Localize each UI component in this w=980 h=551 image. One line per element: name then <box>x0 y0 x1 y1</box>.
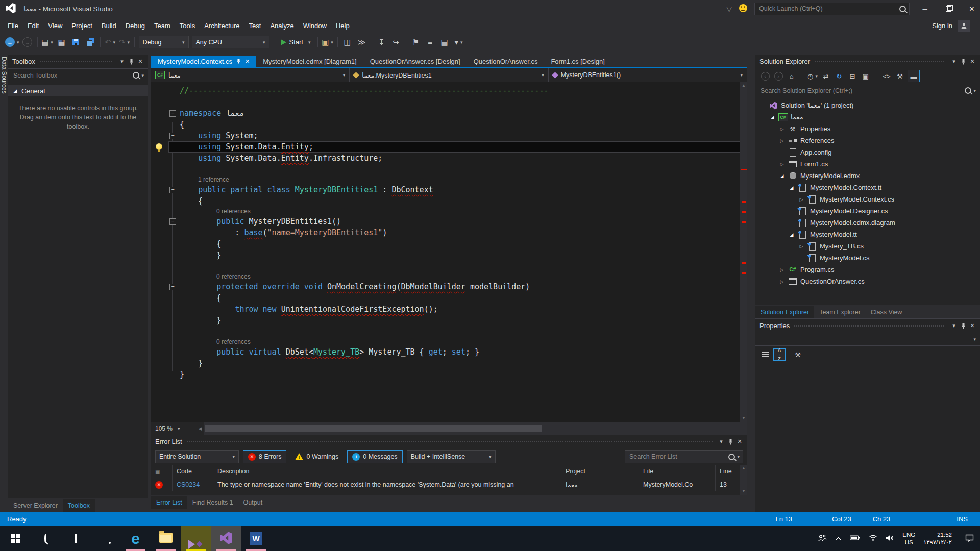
tree-item[interactable]: MysteryModel.edmx.diagram <box>755 217 980 229</box>
dropdown-caret-icon[interactable]: ▾ <box>460 40 463 45</box>
find-in-files-icon[interactable]: ◫ <box>340 36 355 48</box>
tree-expanded-arrow-icon[interactable]: ◢ <box>789 185 795 190</box>
tree-item[interactable]: ▷C#Program.cs <box>755 264 980 276</box>
close-button[interactable]: ✕ <box>964 2 980 15</box>
battery-icon[interactable] <box>850 535 861 542</box>
code-line[interactable] <box>151 261 740 272</box>
blend-button[interactable] <box>181 526 211 551</box>
tab-solution-explorer[interactable]: Solution Explorer <box>755 306 814 318</box>
volume-icon[interactable] <box>886 535 894 543</box>
menu-build[interactable]: Build <box>97 20 121 32</box>
tree-collapsed-arrow-icon[interactable]: ▷ <box>798 197 804 202</box>
fold-marker[interactable]: − <box>169 187 176 193</box>
properties-wrench-icon[interactable]: ⚒ <box>894 70 905 82</box>
step-into-icon[interactable]: ↧ <box>375 36 389 48</box>
tree-item[interactable]: ▷Mystery_TB.cs <box>755 240 980 252</box>
error-list-close-icon[interactable]: ✕ <box>735 437 744 446</box>
tree-item[interactable]: ◢MysteryModel.edmx <box>755 170 980 182</box>
code-editor[interactable]: //--------------------------------------… <box>151 82 747 422</box>
navigation-combo-1[interactable]: معما.MysteryDBEntities1▾ <box>350 68 548 82</box>
solution-explorer-menu-icon[interactable]: ▾ <box>949 57 959 66</box>
show-all-files-icon[interactable]: ▬ <box>908 70 920 82</box>
codelens-line[interactable]: 0 references <box>151 272 740 281</box>
toolbox-menu-icon[interactable]: ▾ <box>117 57 127 66</box>
navigate-to-icon[interactable]: ≫ <box>355 36 369 48</box>
people-icon[interactable] <box>818 534 827 543</box>
document-tab[interactable]: QuestionOrAnswer.cs <box>467 56 545 67</box>
attach-process-icon[interactable]: ▣▾ <box>321 36 335 48</box>
tab-class-view[interactable]: Class View <box>866 306 908 318</box>
code-line[interactable]: using System.Data.Entity; <box>151 141 740 153</box>
document-tab[interactable]: MysteryModel.Context.cs✕ <box>151 56 256 67</box>
code-line[interactable]: −namespace معما <box>151 108 740 119</box>
dropdown-caret-icon[interactable]: ▾ <box>542 72 544 78</box>
dropdown-caret-icon[interactable]: ▾ <box>17 40 19 45</box>
properties-menu-icon[interactable]: ▾ <box>949 321 959 331</box>
tree-item[interactable]: ▷References <box>755 135 980 146</box>
menu-tools[interactable]: Tools <box>175 20 200 32</box>
nav-back-icon[interactable]: ←▾ <box>4 36 20 48</box>
navigation-combo-0[interactable]: C#معما▾ <box>151 68 350 82</box>
error-list-menu-icon[interactable]: ▾ <box>717 437 726 446</box>
fold-marker[interactable]: − <box>169 284 176 290</box>
code-line[interactable] <box>151 96 740 108</box>
error-row[interactable]: ✕CS0234The type or namespace name 'Entit… <box>151 478 740 491</box>
tab-pin-icon[interactable] <box>236 58 241 65</box>
scroll-down-icon[interactable]: ▼ <box>740 488 747 495</box>
file-explorer-button[interactable] <box>151 526 181 551</box>
wifi-icon[interactable] <box>869 535 877 543</box>
nav-forward-icon[interactable]: → <box>20 36 35 48</box>
tree-collapsed-arrow-icon[interactable]: ▷ <box>779 279 785 284</box>
toolbar-options-icon[interactable]: ▾▾ <box>452 36 466 48</box>
solution-configurations-combo[interactable]: Debug▾ <box>139 36 189 48</box>
tree-expanded-arrow-icon[interactable]: ◢ <box>769 115 775 120</box>
tree-collapsed-arrow-icon[interactable]: ▷ <box>779 138 785 143</box>
tray-chevron-up-icon[interactable] <box>835 535 842 542</box>
code-line[interactable]: { <box>151 292 740 304</box>
tree-item[interactable]: Solution 'معما' (1 project) <box>755 99 980 111</box>
codelens-line[interactable]: 0 references <box>151 337 740 346</box>
code-line[interactable]: : base("name=MysteryDBEntities1") <box>151 227 740 238</box>
dropdown-caret-icon[interactable]: ▾ <box>815 73 818 79</box>
error-scope-combo[interactable]: Entire Solution▾ <box>155 450 239 463</box>
menu-file[interactable]: File <box>3 20 23 32</box>
error-list-pin-icon[interactable] <box>726 437 735 446</box>
codelens-line[interactable]: 0 references <box>151 207 740 216</box>
minimize-button[interactable]: ─ <box>917 2 933 15</box>
code-line[interactable]: public virtual DbSet<Mystery_TB> Mystery… <box>151 346 740 358</box>
pending-changes-icon[interactable]: ◷▾ <box>807 70 818 82</box>
chrome-button[interactable] <box>90 526 120 551</box>
tree-item[interactable]: MysteryModel.Designer.cs <box>755 205 980 217</box>
code-line[interactable]: { <box>151 195 740 207</box>
alphabetical-sort-icon[interactable]: A↓Z <box>773 348 786 361</box>
column-project[interactable]: Project <box>561 465 639 478</box>
view-code-icon[interactable]: <> <box>881 70 892 82</box>
code-line[interactable]: − using System; <box>151 130 740 141</box>
code-line[interactable]: } <box>151 358 740 369</box>
zoom-level-combo[interactable]: 105 % ▾ <box>151 425 196 432</box>
toolbox-pin-icon[interactable] <box>127 57 136 66</box>
code-line[interactable] <box>151 326 740 337</box>
navigation-combo-2[interactable]: MysteryDBEntities1()▾ <box>549 68 747 82</box>
action-center-icon[interactable] <box>965 534 974 543</box>
tree-item[interactable]: ▷QuestionOrAnswer.cs <box>755 276 980 287</box>
tab-server-explorer[interactable]: Server Explorer <box>8 499 63 512</box>
solution-explorer-close-icon[interactable]: ✕ <box>968 57 977 66</box>
code-line[interactable] <box>151 164 740 175</box>
toolbox-search-icon[interactable] <box>133 72 139 79</box>
tree-item[interactable]: ⚙App.config <box>755 146 980 158</box>
error-list-scrollbar[interactable]: ▲ ▼ <box>740 465 747 495</box>
sign-in-link[interactable]: Sign in <box>932 22 952 30</box>
error-search-box[interactable]: ▾ <box>625 450 743 463</box>
error-search-input[interactable] <box>628 453 728 461</box>
tree-collapsed-arrow-icon[interactable]: ▷ <box>779 162 785 167</box>
tree-item[interactable]: ◢MysteryModel.tt <box>755 229 980 240</box>
tree-item[interactable]: ◢MysteryModel.Context.tt <box>755 182 980 193</box>
tree-collapsed-arrow-icon[interactable]: ▷ <box>779 127 785 132</box>
quick-launch-input[interactable] <box>758 5 899 13</box>
collapse-all-icon[interactable]: ⊟ <box>847 70 858 82</box>
refresh-icon[interactable]: ↻ <box>834 70 845 82</box>
code-line[interactable]: − public partial class MysteryDBEntities… <box>151 184 740 195</box>
solution-explorer-search-icon[interactable] <box>965 87 971 94</box>
code-line[interactable]: { <box>151 238 740 249</box>
